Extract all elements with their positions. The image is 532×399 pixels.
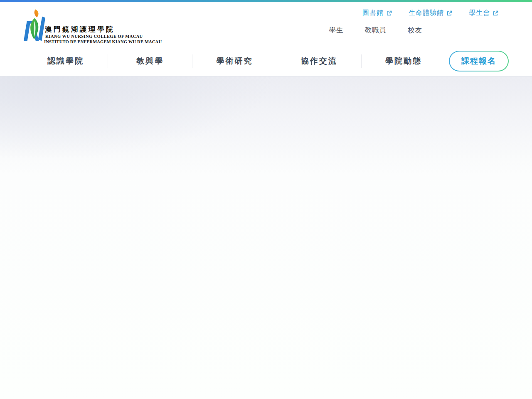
course-registration-button[interactable]: 課程報名 xyxy=(449,51,509,71)
college-name-en: KIANG WU NURSING COLLEGE OF MACAU xyxy=(45,34,162,39)
link-library[interactable]: 圖書館 xyxy=(362,9,392,17)
college-name-zh: 澳門鏡湖護理學院 xyxy=(45,25,162,33)
nav-item-teaching-learning[interactable]: 教與學 xyxy=(108,56,192,66)
link-student-union[interactable]: 學生會 xyxy=(469,9,498,17)
link-student-union-label: 學生會 xyxy=(469,9,490,17)
link-staff[interactable]: 教職員 xyxy=(365,26,387,35)
college-logo[interactable]: 澳門鏡湖護理學院 KIANG WU NURSING COLLEGE OF MAC… xyxy=(24,8,148,42)
link-life-experience-hall-label: 生命體驗館 xyxy=(409,9,444,17)
external-link-icon xyxy=(386,10,392,16)
course-registration-button-label: 課程報名 xyxy=(450,52,508,71)
link-life-experience-hall[interactable]: 生命體驗館 xyxy=(409,9,452,17)
link-library-label: 圖書館 xyxy=(362,9,384,17)
college-logo-icon xyxy=(24,9,45,42)
page: 澳門鏡湖護理學院 KIANG WU NURSING COLLEGE OF MAC… xyxy=(0,0,532,399)
utility-audience-links: 學生 教職員 校友 xyxy=(329,26,423,35)
link-students[interactable]: 學生 xyxy=(329,26,344,35)
main-navigation: 認識學院 教與學 學術研究 協作交流 學院動態 課程報名 xyxy=(24,48,509,74)
page-content-area xyxy=(0,76,532,399)
site-header: 澳門鏡湖護理學院 KIANG WU NURSING COLLEGE OF MAC… xyxy=(0,2,532,76)
utility-external-links: 圖書館 生命體驗館 學生會 xyxy=(362,9,498,17)
nav-item-collaboration-exchange[interactable]: 協作交流 xyxy=(277,56,361,66)
nav-item-college-news[interactable]: 學院動態 xyxy=(362,56,446,66)
external-link-icon xyxy=(493,10,498,16)
nav-item-about-college[interactable]: 認識學院 xyxy=(24,56,108,66)
college-name-pt: INSTITUTO DE ENFERMAGEM KIANG WU DE MACA… xyxy=(44,39,162,44)
link-alumni[interactable]: 校友 xyxy=(408,26,422,35)
external-link-icon xyxy=(446,10,452,16)
nav-item-academic-research[interactable]: 學術研究 xyxy=(192,56,276,66)
college-name-block: 澳門鏡湖護理學院 KIANG WU NURSING COLLEGE OF MAC… xyxy=(45,25,162,44)
